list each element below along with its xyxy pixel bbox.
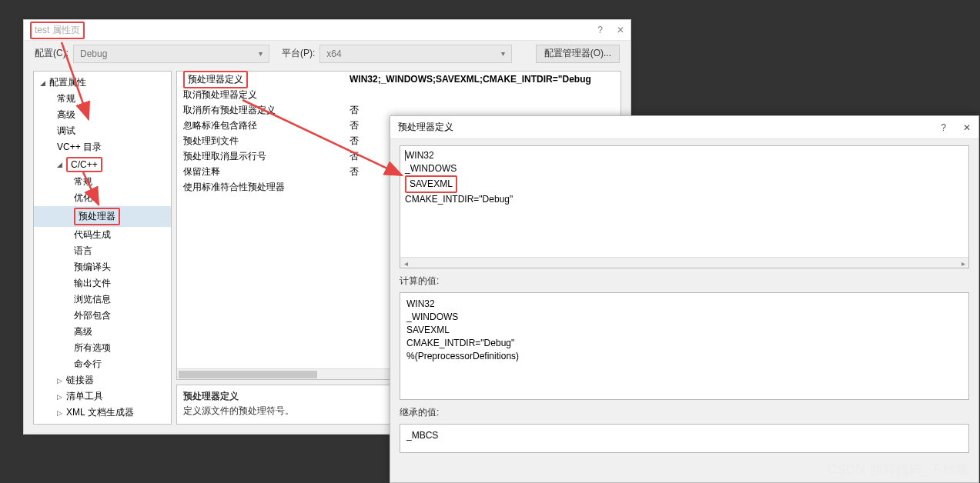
dialog-title: test 属性页 — [30, 22, 85, 39]
tree-item[interactable]: VC++ 目录 — [34, 139, 171, 155]
config-value: Debug — [80, 48, 107, 59]
chevron-down-icon: ▾ — [501, 49, 505, 58]
tree-item-cpp[interactable]: C/C++ — [34, 155, 171, 174]
highlight-savexml: SAVEXML — [405, 175, 457, 193]
config-combo[interactable]: Debug ▾ — [73, 45, 269, 63]
help-icon[interactable]: ? — [941, 122, 946, 133]
inherit-values: _MBCS — [400, 424, 969, 453]
tree-item[interactable]: 命令行 — [34, 356, 171, 372]
platform-combo[interactable]: x64 ▾ — [319, 45, 512, 63]
hscrollbar[interactable]: ◂▸ — [400, 257, 968, 268]
help-icon[interactable]: ? — [597, 25, 603, 35]
grid-label: 预处理器定义 — [183, 71, 248, 88]
platform-label: 平台(P): — [282, 47, 315, 60]
platform-value: x64 — [326, 48, 341, 59]
close-icon[interactable]: ✕ — [617, 25, 624, 35]
config-label: 配置(C): — [35, 47, 69, 60]
tree-item[interactable]: 输出文件 — [34, 275, 171, 291]
tree-item[interactable]: 预编译头 — [34, 259, 171, 275]
tree-item[interactable]: 浏览信息 — [34, 291, 171, 308]
config-row: 配置(C): Debug ▾ 平台(P): x64 ▾ 配置管理器(O)... — [24, 41, 630, 66]
tree-item[interactable]: 所有选项 — [34, 340, 171, 356]
grid-row-preprocessor-defs[interactable]: 预处理器定义 WIN32;_WINDOWS;SAVEXML;CMAKE_INTD… — [177, 72, 620, 87]
collapse-icon[interactable] — [40, 79, 48, 87]
expand-icon[interactable] — [57, 409, 65, 417]
tree-root[interactable]: 配置属性 — [34, 75, 171, 91]
chevron-down-icon: ▾ — [259, 49, 263, 58]
inherit-label: 继承的值: — [400, 406, 969, 419]
tree-item[interactable]: 语言 — [34, 243, 171, 259]
tree-item[interactable]: 优化 — [34, 190, 171, 206]
calc-values: WIN32 _WINDOWS SAVEXML CMAKE_INTDIR="Deb… — [400, 292, 969, 400]
tree-item[interactable]: 代码生成 — [34, 227, 171, 243]
tree-item[interactable]: 高级 — [34, 324, 171, 340]
edit-dialog-title: 预处理器定义 — [398, 121, 453, 134]
calc-label: 计算的值: — [400, 275, 969, 288]
tree-item[interactable]: 外部包含 — [34, 308, 171, 324]
tree-item[interactable]: 清单工具 — [34, 388, 171, 405]
grid-value: WIN32;_WINDOWS;SAVEXML;CMAKE_INTDIR="Deb… — [346, 74, 620, 85]
preprocessor-edit-dialog: 预处理器定义 ? ✕ WIN32 _WINDOWS SAVEXML CMAKE_… — [390, 115, 979, 483]
watermark: CSDN @写代码_不错哦 — [828, 462, 969, 478]
close-icon[interactable]: ✕ — [963, 122, 971, 133]
tree-item-preprocessor[interactable]: 预处理器 — [34, 206, 171, 227]
config-manager-button[interactable]: 配置管理器(O)... — [536, 45, 620, 63]
tree-item[interactable]: XML 文档生成器 — [34, 405, 171, 421]
tree-item[interactable]: 调试 — [34, 123, 171, 139]
tree-item[interactable]: 高级 — [34, 107, 171, 123]
grid-row[interactable]: 取消预处理器定义 — [177, 87, 620, 102]
tree-item[interactable]: 常规 — [34, 91, 171, 107]
tree-item[interactable]: 常规 — [34, 174, 171, 190]
edit-title-bar: 预处理器定义 ? ✕ — [390, 116, 978, 139]
tree-item[interactable]: 链接器 — [34, 372, 171, 388]
property-tree[interactable]: 配置属性 常规 高级 调试 VC++ 目录 C/C++ 常规 优化 预处理器 代… — [33, 71, 172, 425]
title-bar: test 属性页 ? ✕ — [24, 20, 630, 41]
collapse-icon[interactable] — [57, 161, 65, 168]
expand-icon[interactable] — [57, 393, 65, 401]
edit-textarea[interactable]: WIN32 _WINDOWS SAVEXML CMAKE_INTDIR="Deb… — [400, 145, 969, 268]
expand-icon[interactable] — [57, 377, 65, 385]
